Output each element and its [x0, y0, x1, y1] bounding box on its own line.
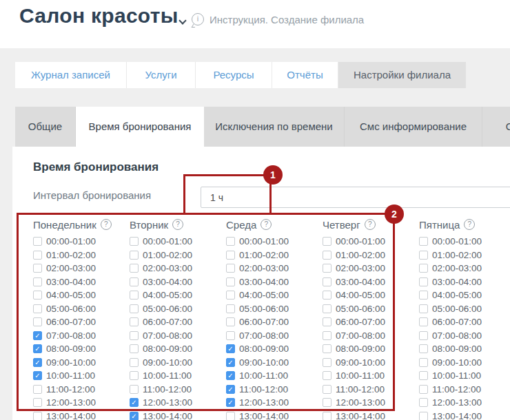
time-slot-row-friday-7[interactable]: 07:00-08:00	[419, 329, 510, 343]
sub-tab-sms-notifications[interactable]: Смс информирование	[345, 107, 482, 147]
time-slot-row-wednesday-4[interactable]: 04:00-05:00	[226, 288, 320, 302]
time-slot-row-monday-4[interactable]: 04:00-05:00	[33, 288, 127, 302]
checkbox-friday-3[interactable]	[419, 277, 428, 286]
time-slot-row-tuesday-4[interactable]: 04:00-05:00	[130, 288, 223, 302]
checkbox-monday-2[interactable]	[33, 264, 42, 273]
checkbox-checked-monday-9[interactable]: ✓	[33, 358, 42, 367]
checkbox-friday-12[interactable]	[419, 398, 428, 407]
checkbox-friday-10[interactable]	[419, 371, 428, 380]
checkbox-monday-3[interactable]	[33, 277, 42, 286]
checkbox-tuesday-11[interactable]	[130, 385, 139, 394]
checkbox-checked-monday-7[interactable]: ✓	[33, 331, 42, 340]
time-slot-row-wednesday-6[interactable]: 06:00-07:00	[226, 315, 320, 329]
checkbox-checked-wednesday-9[interactable]: ✓	[226, 358, 235, 367]
checkbox-thursday-5[interactable]	[323, 304, 332, 313]
time-slot-row-friday-9[interactable]: 09:00-10:00	[419, 356, 510, 370]
checkbox-monday-5[interactable]	[33, 304, 42, 313]
time-slot-row-tuesday-2[interactable]: 02:00-03:00	[130, 262, 223, 275]
question-circle-icon[interactable]: ?	[261, 219, 272, 230]
main-tab-services[interactable]: Услуги	[127, 62, 196, 88]
time-slot-row-friday-0[interactable]: 00:00-01:00	[419, 235, 510, 249]
time-slot-row-thursday-1[interactable]: 01:00-02:00	[323, 249, 416, 262]
time-slot-row-wednesday-13[interactable]: 13:00-14:00	[226, 410, 320, 420]
time-slot-row-thursday-11[interactable]: 11:00-12:00	[323, 383, 416, 397]
time-slot-row-thursday-9[interactable]: 09:00-10:00	[323, 356, 416, 370]
time-slot-row-wednesday-1[interactable]: 01:00-02:00	[226, 249, 320, 262]
main-tab-reports[interactable]: Отчёты	[272, 62, 338, 88]
checkbox-friday-13[interactable]	[419, 412, 428, 420]
time-slot-row-monday-5[interactable]: 05:00-06:00	[33, 302, 127, 316]
checkbox-thursday-6[interactable]	[323, 317, 332, 326]
sub-tab-booking-time[interactable]: Время бронирования	[76, 107, 204, 147]
checkbox-wednesday-2[interactable]	[226, 264, 235, 273]
time-slot-row-tuesday-12[interactable]: ✓12:00-13:00	[130, 396, 223, 410]
checkbox-tuesday-9[interactable]	[130, 358, 139, 367]
time-slot-row-tuesday-6[interactable]: 06:00-07:00	[130, 315, 223, 329]
time-slot-row-wednesday-9[interactable]: ✓09:00-10:00	[226, 356, 320, 370]
time-slot-row-tuesday-3[interactable]: 03:00-04:00	[130, 275, 223, 289]
checkbox-checked-monday-10[interactable]: ✓	[33, 371, 42, 380]
checkbox-monday-12[interactable]	[33, 398, 42, 407]
checkbox-tuesday-0[interactable]	[130, 237, 139, 246]
time-slot-row-friday-4[interactable]: 04:00-05:00	[419, 288, 510, 302]
instruction-link[interactable]: i Инструкция. Создание филиала	[192, 13, 364, 25]
checkbox-wednesday-13[interactable]	[226, 412, 235, 420]
question-circle-icon[interactable]: ?	[101, 219, 112, 230]
checkbox-tuesday-8[interactable]	[130, 344, 139, 353]
checkbox-thursday-9[interactable]	[323, 358, 332, 367]
time-slot-row-thursday-2[interactable]: 02:00-03:00	[323, 262, 416, 275]
time-slot-row-monday-8[interactable]: ✓08:00-09:00	[33, 342, 127, 356]
time-slot-row-monday-1[interactable]: 01:00-02:00	[33, 249, 127, 262]
checkbox-thursday-1[interactable]	[323, 251, 332, 260]
time-slot-row-thursday-10[interactable]: 10:00-11:00	[323, 369, 416, 383]
time-slot-row-wednesday-8[interactable]: ✓08:00-09:00	[226, 342, 320, 356]
checkbox-monday-4[interactable]	[33, 291, 42, 300]
time-slot-row-thursday-8[interactable]: 08:00-09:00	[323, 342, 416, 356]
checkbox-tuesday-1[interactable]	[130, 251, 139, 260]
checkbox-wednesday-3[interactable]	[226, 277, 235, 286]
time-slot-row-tuesday-8[interactable]: 08:00-09:00	[130, 342, 223, 356]
time-slot-row-wednesday-0[interactable]: 00:00-01:00	[226, 235, 320, 249]
checkbox-monday-13[interactable]	[33, 412, 42, 420]
checkbox-friday-7[interactable]	[419, 331, 428, 340]
time-slot-row-wednesday-5[interactable]: 05:00-06:00	[226, 302, 320, 316]
time-slot-row-monday-13[interactable]: 13:00-14:00	[33, 410, 127, 420]
time-slot-row-friday-1[interactable]: 01:00-02:00	[419, 249, 510, 262]
checkbox-thursday-4[interactable]	[323, 291, 332, 300]
checkbox-thursday-10[interactable]	[323, 371, 332, 380]
checkbox-wednesday-0[interactable]	[226, 237, 235, 246]
time-slot-row-tuesday-1[interactable]: 01:00-02:00	[130, 249, 223, 262]
checkbox-thursday-11[interactable]	[323, 385, 332, 394]
time-slot-row-tuesday-11[interactable]: 11:00-12:00	[130, 383, 223, 397]
time-slot-row-friday-11[interactable]: 11:00-12:00	[419, 383, 510, 397]
checkbox-monday-1[interactable]	[33, 251, 42, 260]
main-tab-journal[interactable]: Журнал записей	[15, 62, 127, 88]
checkbox-checked-wednesday-8[interactable]: ✓	[226, 344, 235, 353]
question-circle-icon[interactable]: ?	[172, 219, 183, 230]
checkbox-thursday-7[interactable]	[323, 331, 332, 340]
checkbox-friday-2[interactable]	[419, 264, 428, 273]
time-slot-row-tuesday-9[interactable]: 09:00-10:00	[130, 356, 223, 370]
checkbox-friday-9[interactable]	[419, 358, 428, 367]
checkbox-tuesday-10[interactable]	[130, 371, 139, 380]
time-slot-row-friday-6[interactable]: 06:00-07:00	[419, 315, 510, 329]
time-slot-row-thursday-7[interactable]: 07:00-08:00	[323, 329, 416, 343]
checkbox-friday-6[interactable]	[419, 317, 428, 326]
checkbox-monday-0[interactable]	[33, 237, 42, 246]
time-slot-row-friday-2[interactable]: 02:00-03:00	[419, 262, 510, 275]
time-slot-row-monday-10[interactable]: ✓10:00-11:00	[33, 369, 127, 383]
checkbox-wednesday-6[interactable]	[226, 317, 235, 326]
checkbox-friday-8[interactable]	[419, 344, 428, 353]
checkbox-tuesday-7[interactable]	[130, 331, 139, 340]
main-tab-resources[interactable]: Ресурсы	[196, 62, 272, 88]
time-slot-row-tuesday-10[interactable]: 10:00-11:00	[130, 369, 223, 383]
time-slot-row-thursday-12[interactable]: 12:00-13:00	[323, 396, 416, 410]
time-slot-row-wednesday-2[interactable]: 02:00-03:00	[226, 262, 320, 275]
checkbox-tuesday-5[interactable]	[130, 304, 139, 313]
checkbox-checked-wednesday-11[interactable]: ✓	[226, 385, 235, 394]
time-slot-row-wednesday-3[interactable]: 03:00-04:00	[226, 275, 320, 289]
time-slot-row-monday-3[interactable]: 03:00-04:00	[33, 275, 127, 289]
checkbox-monday-6[interactable]	[33, 317, 42, 326]
checkbox-friday-4[interactable]	[419, 291, 428, 300]
checkbox-checked-wednesday-12[interactable]: ✓	[226, 398, 235, 407]
